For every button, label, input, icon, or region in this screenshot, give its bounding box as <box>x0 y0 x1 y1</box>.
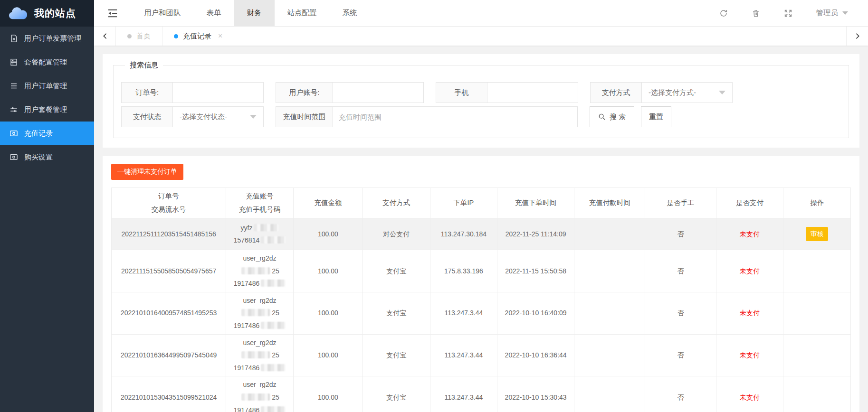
audit-button[interactable]: 审核 <box>806 227 828 241</box>
nav-item-site-config[interactable]: 站点配置 <box>275 0 330 26</box>
account-cell: user_rg2dz25 1917486 <box>226 292 294 334</box>
search-icon <box>598 113 606 121</box>
brand[interactable]: 我的站点 <box>0 0 94 27</box>
redacted-text <box>261 406 286 412</box>
money-icon <box>10 129 18 138</box>
redacted-text <box>241 267 270 274</box>
sidebar: 我的站点 用户订单发票管理 套餐配置管理 用户订单管理 用户套餐管理 充值记录 <box>0 0 94 412</box>
sidebar-item-purchase-settings[interactable]: 购买设置 <box>0 145 94 169</box>
ip-cell: 113.247.3.44 <box>430 292 497 334</box>
tab-dot <box>127 34 132 38</box>
clear-unpaid-orders-button[interactable]: 一键清理未支付订单 <box>111 164 183 180</box>
col-pay-method: 支付方式 <box>363 188 430 218</box>
tab-recharge-records[interactable]: 充值记录 × <box>162 27 234 46</box>
refresh-icon[interactable] <box>719 9 728 18</box>
time-range-input[interactable] <box>333 107 577 127</box>
sidebar-item-label: 用户套餐管理 <box>24 105 67 114</box>
order-no-label: 订单号: <box>122 83 173 103</box>
method-cell: 支付宝 <box>363 334 430 376</box>
package-config-icon <box>10 58 18 66</box>
nav-item-forms[interactable]: 表单 <box>194 0 234 26</box>
sidebar-item-user-package-manage[interactable]: 用户套餐管理 <box>0 98 94 122</box>
sliders-icon <box>10 105 18 114</box>
redacted-text <box>241 309 270 316</box>
trash-icon[interactable] <box>752 9 760 18</box>
reset-button[interactable]: 重置 <box>641 106 671 127</box>
pay-time-cell <box>574 218 645 250</box>
ip-cell: 113.247.3.44 <box>430 376 497 412</box>
pay-method-select[interactable]: -选择支付方式- <box>642 83 732 103</box>
amount-cell: 100.00 <box>293 250 362 292</box>
ip-cell: 113.247.30.184 <box>430 218 497 250</box>
sidebar-collapse-button[interactable] <box>94 0 131 26</box>
order-no-input[interactable] <box>173 83 263 103</box>
menu-collapse-icon <box>107 9 118 18</box>
fullscreen-icon[interactable] <box>784 9 792 18</box>
order-time-cell: 2022-11-15 15:50:58 <box>497 250 574 292</box>
method-cell: 对公支付 <box>363 218 430 250</box>
brand-title: 我的站点 <box>34 7 76 20</box>
paid-status-cell: 未支付 <box>716 334 783 376</box>
nav-item-users-teams[interactable]: 用户和团队 <box>131 0 194 26</box>
sidebar-item-invoice-manage[interactable]: 用户订单发票管理 <box>0 27 94 50</box>
col-actions: 操作 <box>783 188 851 218</box>
sidebar-item-label: 充值记录 <box>24 129 53 138</box>
account-cell: user_rg2dz25 1917486 <box>226 250 294 292</box>
pay-status-group: 支付状态 -选择支付状态- <box>121 106 264 127</box>
col-account: 充值账号充值手机号码 <box>226 188 294 218</box>
chevron-left-icon <box>102 33 108 39</box>
pay-time-cell <box>574 376 645 412</box>
tabs-scroll-right-button[interactable] <box>846 27 868 46</box>
tab-bar: 首页 充值记录 × <box>94 27 868 46</box>
actions-cell <box>783 334 851 376</box>
amount-cell: 100.00 <box>293 292 362 334</box>
tab-close-icon[interactable]: × <box>218 32 222 40</box>
redacted-text <box>261 236 286 243</box>
order-cell: 20221010153043515099521024 <box>112 376 226 412</box>
amount-cell: 100.00 <box>293 334 362 376</box>
tab-home[interactable]: 首页 <box>116 27 162 46</box>
nav-item-finance[interactable]: 财务 <box>234 0 275 26</box>
search-button[interactable]: 搜 索 <box>590 106 634 127</box>
nav-item-system[interactable]: 系统 <box>330 0 370 26</box>
table-row: 20221010164009574851495253 user_rg2dz25 … <box>112 292 851 334</box>
invoice-icon <box>10 34 18 43</box>
col-pay-time: 充值付款时间 <box>574 188 645 218</box>
account-cell: yyfz 1576814 <box>226 218 294 250</box>
phone-label: 手机 <box>436 83 487 103</box>
pay-status-select[interactable]: -选择支付状态- <box>173 107 263 127</box>
tabs-scroll-left-button[interactable] <box>94 27 116 46</box>
order-time-cell: 2022-11-25 11:14:09 <box>497 218 574 250</box>
actions-cell <box>783 292 851 334</box>
search-fieldset: 搜索信息 订单号: 用户账号: 手机 支付方式 <box>113 61 849 138</box>
sidebar-item-package-config[interactable]: 套餐配置管理 <box>0 50 94 74</box>
phone-input[interactable] <box>487 83 578 103</box>
phone-group: 手机 <box>436 82 578 103</box>
search-row-1: 订单号: 用户账号: 手机 支付方式 -选择支付方式- <box>121 82 841 103</box>
table-row: 20221125111203515451485156 yyfz 1576814 … <box>112 218 851 250</box>
sidebar-item-label: 用户订单管理 <box>24 82 67 91</box>
table-row: 20221010163644995097545049 user_rg2dz25 … <box>112 334 851 376</box>
caret-down-icon <box>842 11 848 15</box>
pay-time-cell <box>574 334 645 376</box>
top-navbar: 用户和团队 表单 财务 站点配置 系统 管理员 <box>94 0 868 27</box>
records-panel: 一键清理未支付订单 订单号交易流水号 充值账号充值手机号码 充值金额 支付方式 … <box>103 156 859 412</box>
col-order-no: 订单号交易流水号 <box>112 188 226 218</box>
paid-status-cell: 未支付 <box>716 292 783 334</box>
pay-time-cell <box>574 292 645 334</box>
caret-down-icon <box>719 91 725 94</box>
paid-status-cell: 未支付 <box>716 250 783 292</box>
method-cell: 支付宝 <box>363 292 430 334</box>
col-is-manual: 是否手工 <box>645 188 716 218</box>
redacted-text <box>261 364 286 371</box>
table-header-row: 订单号交易流水号 充值账号充值手机号码 充值金额 支付方式 下单IP 充值下单时… <box>112 188 851 218</box>
user-dropdown[interactable]: 管理员 <box>816 8 849 18</box>
order-cell: 20221115155058505054975657 <box>112 250 226 292</box>
paid-status-cell: 未支付 <box>716 218 783 250</box>
order-cell: 20221010163644995097545049 <box>112 334 226 376</box>
sidebar-item-recharge-records[interactable]: 充值记录 <box>0 122 94 145</box>
pay-status-selected-value: -选择支付状态- <box>180 112 227 122</box>
user-account-input[interactable] <box>333 83 423 103</box>
time-range-label: 充值时间范围 <box>276 107 333 127</box>
sidebar-item-order-manage[interactable]: 用户订单管理 <box>0 74 94 98</box>
